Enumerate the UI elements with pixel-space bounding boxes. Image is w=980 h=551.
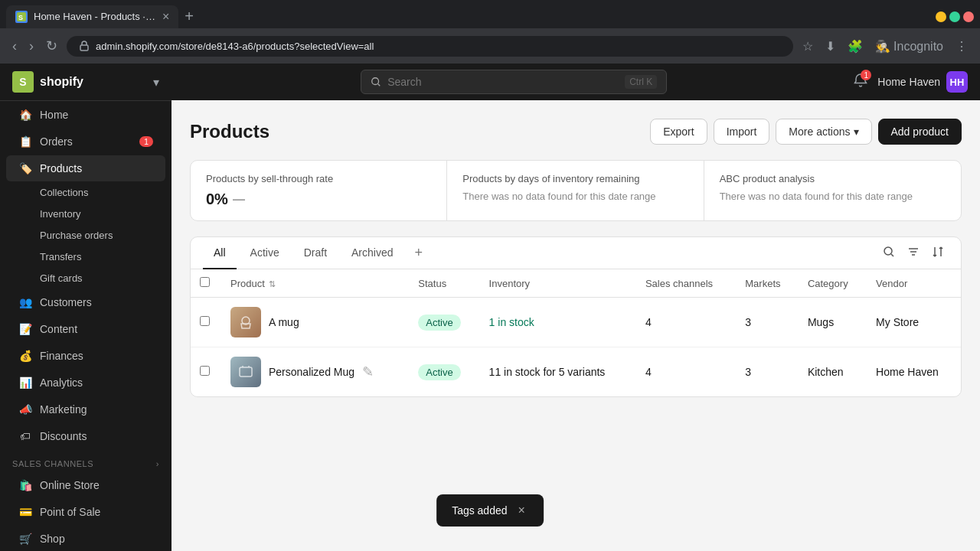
sidebar-item-analytics[interactable]: 📊 Analytics	[6, 370, 165, 396]
expand-sales-channels[interactable]: ›	[156, 459, 159, 468]
col-product: Product ⇅	[221, 269, 409, 298]
incognito-button[interactable]: 🕵 Incognito	[872, 36, 946, 57]
markets-value: 3	[736, 347, 799, 397]
sidebar-item-marketing[interactable]: 📣 Marketing	[6, 396, 165, 422]
row-checkbox[interactable]	[200, 366, 210, 376]
sidebar-dropdown[interactable]: ▾	[153, 75, 159, 90]
table-body: A mug Active 1 in stock 4 3 Mugs	[191, 298, 961, 397]
table-filter-button[interactable]	[903, 241, 924, 266]
svg-point-4	[884, 247, 892, 255]
product-thumbnail	[230, 307, 261, 337]
category-value: Kitchen	[799, 347, 867, 397]
col-markets: Markets	[736, 269, 799, 298]
discounts-icon: 🏷	[18, 429, 32, 443]
lock-icon	[79, 41, 90, 51]
product-name: Personalized Mug	[269, 366, 354, 378]
edit-icon[interactable]: ✎	[362, 364, 374, 380]
more-actions-button[interactable]: More actions ▾	[776, 119, 871, 145]
shopify-logo: S shopify	[12, 71, 83, 93]
sidebar-item-discounts[interactable]: 🏷 Discounts	[6, 423, 165, 449]
stat-empty-inventory-days: There was no data found for this date ra…	[462, 191, 688, 202]
table-row[interactable]: A mug Active 1 in stock 4 3 Mugs	[191, 298, 961, 347]
sidebar-item-content[interactable]: 📝 Content	[6, 316, 165, 342]
back-button[interactable]: ‹	[9, 35, 20, 57]
select-all-checkbox[interactable]	[200, 277, 210, 287]
col-inventory: Inventory	[480, 269, 636, 298]
store-name: Home Haven	[877, 76, 940, 88]
browser-titlebar: S Home Haven - Products · Shopi... × +	[0, 0, 980, 28]
content-icon: 📝	[18, 322, 32, 336]
more-actions-label: More actions	[789, 126, 850, 138]
toast-notification: Tags added ×	[436, 494, 544, 527]
sidebar-item-products[interactable]: 🏷️ Products	[6, 155, 165, 181]
stat-number: 0%	[206, 191, 228, 208]
sidebar-item-label: Shop	[40, 533, 65, 545]
search-icon	[371, 77, 381, 87]
tab-archived[interactable]: Archived	[341, 237, 403, 269]
page-wrapper: Products Export Import More actions ▾ Ad…	[172, 100, 980, 416]
sales-channels-value: 4	[636, 298, 736, 347]
reload-button[interactable]: ↻	[43, 34, 60, 57]
sidebar-item-label: Analytics	[40, 377, 83, 389]
menu-button[interactable]: ⋮	[952, 36, 971, 57]
status-badge: Active	[418, 315, 460, 331]
tab-all[interactable]: All	[203, 237, 237, 269]
sidebar-item-label: Marketing	[40, 403, 87, 416]
table-search-button[interactable]	[878, 241, 900, 266]
row-checkbox[interactable]	[200, 316, 210, 326]
sidebar-item-shop[interactable]: 🛒 Shop	[6, 526, 165, 551]
product-name: A mug	[269, 316, 299, 328]
download-button[interactable]: ⬇	[822, 36, 838, 57]
orders-badge: 1	[139, 136, 153, 147]
bookmark-button[interactable]: ☆	[799, 36, 816, 57]
sidebar-item-collections[interactable]: Collections	[6, 182, 165, 203]
sidebar-item-home[interactable]: 🏠 Home	[6, 102, 165, 128]
extensions-button[interactable]: 🧩	[844, 36, 866, 57]
export-button[interactable]: Export	[650, 119, 707, 145]
products-table-container: All Active Draft Archived +	[190, 236, 962, 397]
sidebar-item-customers[interactable]: 👥 Customers	[6, 289, 165, 315]
page-header: Products Export Import More actions ▾ Ad…	[190, 119, 962, 145]
browser-tab[interactable]: S Home Haven - Products · Shopi... ×	[6, 5, 178, 28]
stat-empty-abc: There was no data found for this date ra…	[720, 191, 946, 202]
import-button[interactable]: Import	[714, 119, 770, 145]
search-bar[interactable]: Search Ctrl K	[361, 70, 667, 94]
add-tab-button[interactable]: +	[407, 237, 431, 269]
toast-close-button[interactable]: ×	[515, 504, 528, 517]
sidebar-item-transfers[interactable]: Transfers	[6, 246, 165, 267]
sidebar-item-label: Online Store	[40, 479, 100, 491]
new-tab-button[interactable]: +	[178, 5, 200, 28]
notification-button[interactable]: 1	[853, 73, 868, 91]
close-window-button[interactable]	[963, 11, 974, 22]
tab-close-button[interactable]: ×	[162, 10, 169, 24]
sidebar-item-finances[interactable]: 💰 Finances	[6, 343, 165, 369]
tab-active[interactable]: Active	[240, 237, 290, 269]
stat-value-sell-through: 0% —	[206, 191, 431, 208]
minimize-button[interactable]	[936, 11, 946, 22]
tab-draft[interactable]: Draft	[293, 237, 338, 269]
add-product-button[interactable]: Add product	[878, 119, 962, 145]
stat-label-inventory-days: Products by days of inventory remaining	[462, 173, 688, 184]
store-badge[interactable]: Home Haven HH	[877, 71, 968, 93]
sidebar-item-inventory[interactable]: Inventory	[6, 204, 165, 224]
forward-button[interactable]: ›	[26, 35, 37, 57]
table-row[interactable]: Personalized Mug ✎ Active 11 in stock fo…	[191, 347, 961, 397]
table-sort-button[interactable]	[927, 241, 949, 266]
maximize-button[interactable]	[949, 11, 960, 22]
sidebar-item-gift-cards[interactable]: Gift cards	[6, 268, 165, 289]
sidebar-item-online-store[interactable]: 🛍️ Online Store	[6, 472, 165, 498]
main-content: Search Ctrl K 1 Home Haven HH	[172, 64, 980, 551]
vendor-value: Home Haven	[867, 347, 961, 397]
home-icon: 🏠	[18, 108, 32, 122]
sidebar-nav: 🏠 Home 📋 Orders 1 🏷️ Products Collection…	[0, 101, 172, 551]
sales-channels-section: Sales channels ›	[0, 450, 172, 471]
logo-text: shopify	[40, 75, 83, 89]
sidebar-item-point-of-sale[interactable]: 💳 Point of Sale	[6, 499, 165, 525]
sidebar-item-orders[interactable]: 📋 Orders 1	[6, 129, 165, 155]
sidebar-item-purchase-orders[interactable]: Purchase orders	[6, 225, 165, 246]
inventory-value: 11 in stock for 5 variants	[489, 366, 606, 378]
browser-toolbar-actions: ☆ ⬇ 🧩 🕵 Incognito ⋮	[799, 36, 971, 57]
stat-dash: —	[233, 193, 245, 207]
markets-value: 3	[736, 298, 799, 347]
address-bar[interactable]: admin.shopify.com/store/de8143-a6/produc…	[67, 36, 793, 57]
